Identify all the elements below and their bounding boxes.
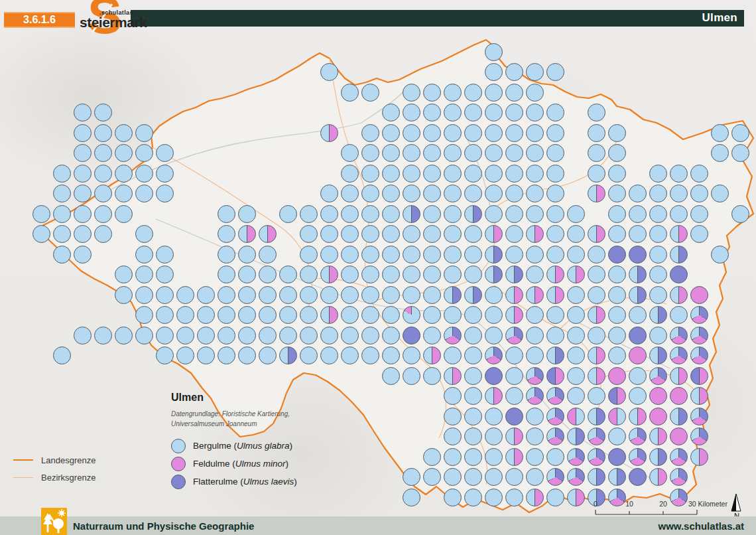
- footer-website-link[interactable]: www.schulatlas.at: [659, 520, 745, 532]
- atlas-page: Ulmen Datengrundlage: Floristische Karti…: [0, 0, 756, 535]
- north-arrow: [0, 0, 756, 535]
- nature-icon: [41, 508, 67, 535]
- footer-section-title: Naturraum und Physische Geographie: [73, 520, 254, 532]
